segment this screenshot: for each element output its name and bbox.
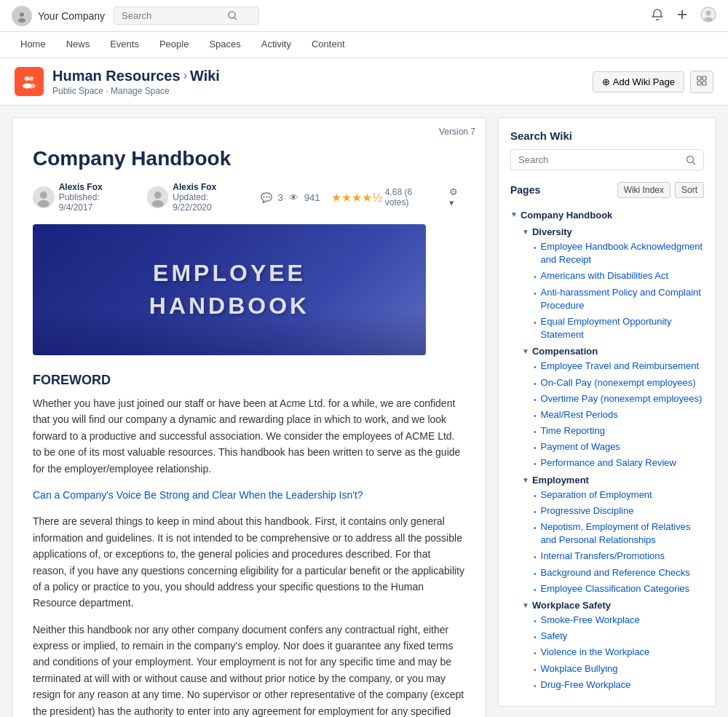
article-panel: Version 7 Company Handbook Alexis Fox Pu… (12, 117, 486, 717)
nav-spaces[interactable]: Spaces (200, 33, 249, 57)
tree-leaf-item[interactable]: •Violence in the Workplace (534, 644, 704, 660)
tree-category-compensation: ▼ Compensation •Employee Travel and Reim… (522, 344, 704, 471)
company-name: Your Company (38, 10, 105, 22)
page-header-left: Human Resources › Wiki Public Space · Ma… (15, 67, 220, 96)
tree-root: ▼ Company Handbook ▼ Diversity •Employee… (510, 205, 704, 693)
wiki-index-button[interactable]: Wiki Index (617, 182, 670, 198)
add-wiki-page-button[interactable]: ⊕ Add Wiki Page (593, 71, 684, 92)
tree-category-employment-label[interactable]: ▼ Employment (522, 473, 704, 487)
tree-leaf-item[interactable]: •Nepotism, Employment of Relatives and P… (534, 519, 704, 548)
author2-avatar (147, 186, 169, 208)
nav-people[interactable]: People (151, 33, 197, 57)
notifications-button[interactable] (651, 8, 664, 24)
settings-dropdown[interactable]: ⚙ ▾ (449, 186, 465, 208)
workplace-safety-arrow: ▼ (522, 601, 529, 609)
tree-leaf-item[interactable]: •Drug-Free Workplace (534, 677, 704, 693)
compensation-children: •Employee Travel and Reimbursement •On-C… (534, 358, 704, 471)
version-label: Version 7 (439, 127, 475, 137)
tree-leaf-item[interactable]: •Employee Handbook Acknowledgment and Re… (534, 239, 704, 268)
wiki-search-title: Search Wiki (510, 130, 704, 142)
article-title: Company Handbook (33, 147, 465, 170)
bullet: • (534, 507, 537, 518)
svg-point-9 (705, 17, 713, 21)
tree-category-workplace-safety: ▼ Workplace Safety •Smoke-Free Workplace… (522, 598, 704, 693)
leaf-label: Nepotism, Employment of Relatives and Pe… (541, 520, 704, 547)
layout-toggle-button[interactable] (690, 71, 713, 93)
wiki-tree: ▼ Company Handbook ▼ Diversity •Employee… (510, 205, 704, 693)
author1-info: Alexis Fox Published: 9/4/2017 (59, 182, 135, 213)
tree-category-diversity-label[interactable]: ▼ Diversity (522, 225, 704, 239)
svg-point-20 (38, 200, 50, 207)
bullet: • (534, 289, 537, 299)
foreword-p2: There are several things to keep in mind… (33, 513, 465, 611)
handbook-image-text-line1: EMPLOYEE (149, 257, 309, 290)
tree-leaf-item[interactable]: •Internal Transfers/Promotions (534, 548, 704, 564)
tree-leaf-item[interactable]: •Safety (534, 628, 704, 644)
svg-rect-16 (697, 82, 701, 85)
tree-category-compensation-label[interactable]: ▼ Compensation (522, 344, 704, 358)
author2: Alexis Fox Updated: 9/22/2020 (147, 182, 249, 213)
comment-count: 3 (278, 192, 283, 203)
article-link[interactable]: Can a Company's Voice Be Strong and Clea… (33, 489, 363, 501)
breadcrumb-manage-space[interactable]: Manage Space (111, 86, 170, 96)
bullet: • (534, 569, 537, 579)
author1-name: Alexis Fox (59, 182, 135, 192)
tree-leaf-item[interactable]: •On-Call Pay (nonexempt employees) (534, 375, 704, 391)
breadcrumb-public-space[interactable]: Public Space (52, 86, 103, 96)
tree-leaf-item[interactable]: •Payment of Wages (534, 439, 704, 455)
tree-leaf-item[interactable]: •Employee Classification Categories (534, 581, 704, 597)
company-avatar (12, 6, 32, 26)
tree-leaf-item[interactable]: •Background and Reference Checks (534, 565, 704, 581)
add-icon: ⊕ (602, 76, 610, 87)
tree-root-label[interactable]: ▼ Company Handbook (510, 205, 704, 223)
tree-leaf-item[interactable]: •Wokplace Bullying (534, 661, 704, 677)
nav-home[interactable]: Home (12, 33, 55, 57)
bullet: • (534, 552, 537, 563)
bullet: • (534, 318, 537, 328)
bullet: • (534, 272, 537, 282)
tree-leaf-item[interactable]: •Performance and Salary Review (534, 455, 704, 471)
global-search[interactable] (114, 7, 259, 25)
wiki-search-bar[interactable] (510, 149, 704, 170)
global-search-input[interactable] (122, 10, 223, 21)
nav-news[interactable]: News (58, 33, 99, 57)
logo-area: Your Company (12, 6, 105, 26)
svg-point-10 (25, 76, 29, 81)
leaf-label: Smoke-Free Workplace (541, 614, 640, 627)
svg-point-24 (687, 156, 694, 162)
svg-point-22 (154, 191, 161, 199)
user-profile-button[interactable] (700, 7, 716, 25)
tree-leaf-item[interactable]: •Meal/Rest Periods (534, 407, 704, 423)
leaf-label: Employee Handbook Acknowledgment and Rec… (541, 240, 704, 266)
compensation-name: Compensation (532, 346, 598, 357)
tree-category-workplace-safety-label[interactable]: ▼ Workplace Safety (522, 598, 704, 612)
nav-events[interactable]: Events (101, 33, 148, 57)
tree-leaf-item[interactable]: •Americans with Disabilities Act (534, 268, 704, 284)
nav-activity[interactable]: Activity (253, 33, 300, 57)
bullet: • (534, 523, 537, 534)
workplace-safety-name: Workplace Safety (532, 600, 611, 611)
tree-leaf-item[interactable]: •Separation of Employment (534, 487, 704, 503)
tree-leaf-item[interactable]: •Equal Employment Opportunity Statement (534, 314, 704, 343)
tree-category-diversity: ▼ Diversity •Employee Handbook Acknowled… (522, 225, 704, 343)
leaf-label: Employee Travel and Reimbursement (541, 360, 700, 373)
space-icon (15, 67, 44, 96)
wiki-search-input[interactable] (518, 154, 681, 165)
svg-point-1 (20, 12, 24, 17)
tree-leaf-item[interactable]: •Time Reporting (534, 423, 704, 439)
leaf-label: Violence in the Workplace (541, 646, 650, 659)
bullet: • (534, 395, 537, 405)
sort-button[interactable]: Sort (675, 182, 704, 198)
tree-leaf-item[interactable]: •Smoke-Free Workplace (534, 612, 704, 628)
tree-leaf-item[interactable]: •Anti-harassment Policy and Complaint Pr… (534, 285, 704, 314)
leaf-label: On-Call Pay (nonexempt employees) (541, 376, 696, 389)
tree-leaf-item[interactable]: •Progressive Discipline (534, 503, 704, 519)
tree-leaf-item[interactable]: •Overtime Pay (nonexempt employees) (534, 391, 704, 407)
main-nav: Home News Events People Spaces Activity … (0, 32, 728, 58)
employment-arrow: ▼ (522, 476, 529, 484)
nav-content[interactable]: Content (303, 33, 354, 57)
add-button[interactable] (676, 8, 689, 24)
tree-leaf-item[interactable]: •Employee Travel and Reimbursement (534, 358, 704, 374)
bullet: • (534, 491, 537, 502)
svg-point-13 (27, 84, 36, 89)
